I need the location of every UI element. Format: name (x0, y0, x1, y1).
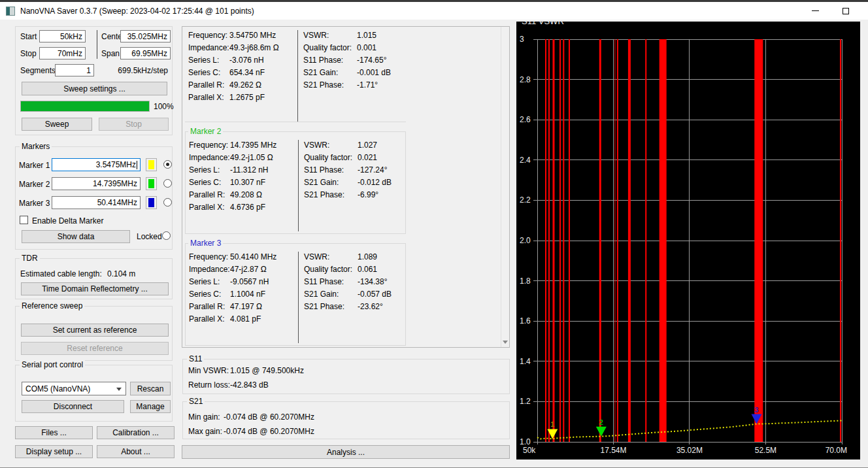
analysis-button[interactable]: Analysis ... (182, 445, 510, 459)
field-value: -11.312 nH (230, 165, 268, 175)
marker1-radio[interactable] (163, 160, 172, 169)
start-label: Start (20, 32, 37, 41)
marker3-input[interactable]: 50.414MHz (52, 196, 141, 209)
s11-vswr-chart[interactable]: S11 VSWR32.82.62.42.22.01.81.61.41.21.05… (516, 22, 860, 460)
field-value: 14.7395 MHz (230, 141, 276, 150)
segments-label: Segments (20, 66, 56, 75)
reference-bar (754, 39, 763, 442)
y-tick-label: 1.0 (520, 437, 531, 446)
min-vswr-value: 1.015 @ 749.500kHz (230, 366, 304, 375)
display-setup-button[interactable]: Display setup ... (15, 445, 93, 458)
stop-input[interactable]: 70mHz (39, 47, 86, 59)
stop-button[interactable]: Stop (99, 118, 169, 131)
chart-marker-label: 2 (599, 418, 603, 426)
field-value: -23.62° (358, 302, 383, 311)
field-label: S21 Phase: (304, 301, 358, 312)
enable-delta-marker-checkbox[interactable] (20, 216, 28, 224)
marker-field-row: Parallel R:47.197 Ω (189, 301, 298, 314)
marker1-color-swatch[interactable] (146, 158, 157, 171)
field-label: S21 Gain: (303, 67, 357, 78)
minimize-button[interactable] (801, 2, 830, 20)
manage-button[interactable]: Manage (130, 400, 171, 413)
sweep-progress-bar (20, 101, 150, 112)
segments-input[interactable]: 1 (55, 64, 94, 76)
vertical-scrollbar[interactable] (501, 27, 509, 347)
marker-field-row: Quality factor:0.021 (304, 152, 392, 165)
marker-field-row: Parallel X:1.2675 pF (188, 92, 297, 105)
scrollbar-down-button[interactable] (501, 337, 509, 347)
locked-radio[interactable] (162, 231, 171, 240)
field-value: 0.021 (358, 153, 377, 162)
reference-bar (628, 39, 631, 442)
rescan-button[interactable]: Rescan (130, 382, 171, 395)
y-tick-label: 1.8 (520, 276, 531, 286)
disconnect-button[interactable]: Disconnect (22, 400, 124, 413)
field-value: 49.3-j68.6m Ω (229, 43, 279, 52)
window-title: NanoVNA Saver 0.3.7 (Sweep: 2023-04-02 1… (20, 7, 254, 16)
serial-port-select[interactable]: COM5 (NanoVNA) (22, 382, 126, 395)
about-button[interactable]: About ... (97, 445, 175, 458)
marker1-input[interactable]: 3.5475MHz (52, 158, 141, 171)
marker-field-row: Parallel R:49.208 Ω (189, 190, 298, 202)
marker-field-row: S21 Gain:-0.012 dB (304, 177, 392, 190)
app-icon (6, 7, 15, 16)
marker-field-row: Frequency:50.4140 MHz (189, 252, 298, 264)
field-value: 49.262 Ω (229, 80, 261, 90)
y-tick-label: 3 (520, 35, 524, 44)
field-label: S21 Phase: (304, 190, 358, 200)
chart-marker-label: 1 (550, 420, 554, 428)
marker-field-row: S11 Phase:-127.24° (304, 165, 392, 177)
marker3-radio[interactable] (163, 198, 172, 207)
field-label: S11 Phase: (304, 165, 358, 175)
field-value: -0.001 dB (357, 68, 391, 77)
field-value: 49.2-j1.05 Ω (230, 153, 273, 162)
marker2-input[interactable]: 14.7395MHz (52, 177, 141, 190)
reference-bar (569, 39, 570, 442)
field-label: S11 Phase: (303, 55, 357, 65)
span-input[interactable]: 69.95MHz (120, 47, 171, 59)
calibration-button[interactable]: Calibration ... (97, 426, 175, 439)
start-input[interactable]: 50kHz (39, 30, 86, 42)
field-label: VSWR: (304, 140, 358, 150)
chart-marker-2[interactable] (596, 427, 607, 437)
reference-bar (599, 39, 601, 442)
marker3-color-swatch[interactable] (146, 196, 157, 209)
files-button[interactable]: Files ... (15, 426, 93, 439)
chart-canvas[interactable]: S11 VSWR32.82.62.42.22.01.81.61.41.21.05… (516, 22, 860, 460)
field-label: Impedance: (189, 152, 230, 163)
marker-field-row: S21 Gain:-0.001 dB (303, 67, 391, 80)
marker2-color-swatch[interactable] (146, 177, 157, 190)
reference-bar (617, 39, 618, 442)
stop-value: 70mHz (58, 49, 82, 58)
marker2-radio[interactable] (163, 179, 172, 188)
return-loss-value: -42.843 dB (230, 380, 269, 390)
y-tick-label: 1.4 (520, 357, 531, 366)
min-gain-label: Min gain: (188, 412, 220, 422)
field-label: S11 Phase: (304, 276, 358, 287)
field-label: Quality factor: (304, 152, 358, 163)
field-label: Parallel R: (189, 190, 230, 200)
field-value: 10.307 nF (230, 178, 265, 187)
marker-field-row: Impedance:47-j2.87 Ω (189, 264, 298, 276)
serial-port-value: COM5 (NanoVNA) (25, 384, 90, 393)
show-data-button[interactable]: Show data (22, 230, 130, 243)
set-reference-button[interactable]: Set current as reference (21, 324, 169, 337)
field-label: Parallel R: (188, 80, 229, 90)
marker-field-row: Series C:654.34 nF (188, 67, 297, 80)
reference-bar (645, 39, 646, 442)
reset-reference-button[interactable]: Reset reference (21, 342, 169, 355)
field-value: 1.2675 pF (229, 93, 265, 102)
segments-value: 1 (86, 66, 91, 75)
max-gain-label: Max gain: (188, 427, 222, 436)
sweep-settings-button[interactable]: Sweep settings ... (22, 82, 167, 95)
chevron-down-icon (116, 388, 122, 391)
markers-group-title: Markers (20, 142, 52, 151)
center-input[interactable]: 35.025MHz (120, 30, 171, 42)
y-tick-label: 1.2 (520, 397, 531, 406)
marker-field-row: S21 Phase:-23.62° (304, 301, 392, 314)
sweep-button[interactable]: Sweep (22, 118, 92, 131)
tdr-button[interactable]: Time Domain Reflectometry ... (21, 282, 169, 295)
maximize-button[interactable] (831, 2, 860, 20)
text-caret (137, 161, 137, 169)
marker1-color (148, 160, 154, 169)
